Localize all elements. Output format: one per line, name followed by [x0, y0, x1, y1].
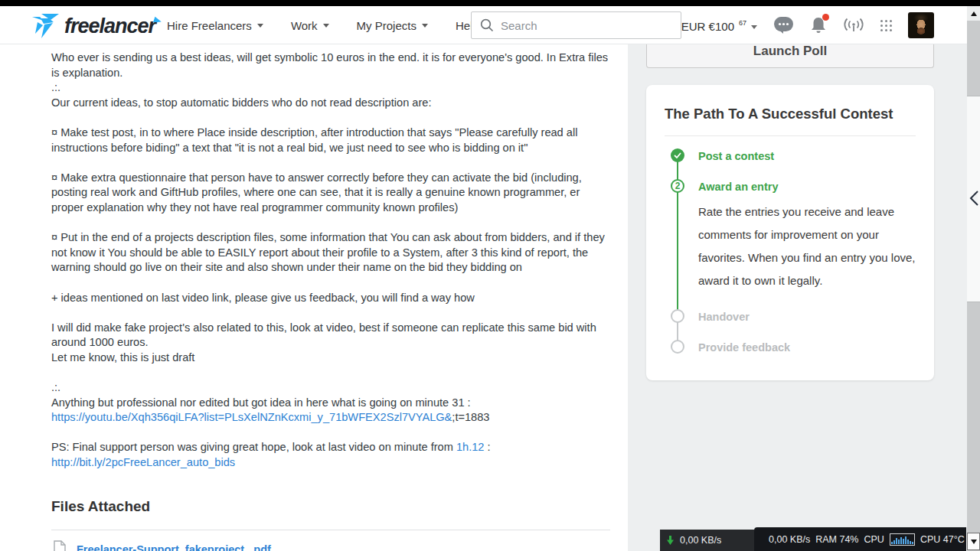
user-avatar[interactable] [908, 12, 934, 38]
network-monitor-widget: 0,00 KB/s [660, 530, 754, 551]
inline-link[interactable]: http://bit.ly/2pcFreeLancer_auto_bids [51, 456, 235, 468]
description-paragraph: ¤ Make test post, in to where Place insi… [51, 126, 610, 155]
text-segment: .:. Anything but professional nor edited… [51, 381, 471, 409]
currency-superscript: 67 [739, 19, 746, 27]
menu-work[interactable]: Work [291, 19, 329, 32]
notification-badge [822, 14, 829, 21]
step-description: Rate the entries you receive and leave c… [698, 201, 923, 292]
freelancer-bird-icon [31, 13, 60, 39]
step-label-provide-feedback: Provide feedback [698, 341, 790, 354]
contest-description-panel: Who ever is sending us a best ideas, wil… [0, 44, 628, 551]
inline-link[interactable]: https://youtu.be/Xqh356qiLFA?list=PLsXel… [51, 411, 452, 423]
text-segment: + ideas mentioned on last video link, pl… [51, 292, 475, 304]
scroll-down-button[interactable] [967, 533, 980, 550]
menu-label: Work [291, 19, 318, 32]
text-segment: : [484, 441, 490, 453]
broadcast-icon [843, 18, 864, 34]
section-divider [51, 530, 610, 530]
triangle-down-icon [971, 540, 977, 544]
description-paragraph: ¤ Make extra questionnaire that person h… [51, 171, 610, 216]
cpu-label: CPU [864, 534, 884, 545]
menu-my-projects[interactable]: My Projects [357, 19, 428, 32]
main-menu: Hire Freelancers Work My Projects Help [167, 6, 491, 44]
text-segment: PS: Final support person was giving grea… [51, 441, 456, 453]
card-divider [665, 135, 916, 136]
chat-icon [773, 16, 794, 34]
system-monitor-widget: 0,00 KB/s RAM 74% CPU CPU 47°C [754, 527, 966, 551]
cpu-usage-graph [890, 533, 915, 546]
navbar-right-cluster: EUR €100 67 [681, 6, 934, 44]
step-number: 2 [675, 181, 681, 191]
check-icon [674, 152, 681, 158]
currency-selector[interactable]: EUR €100 67 [681, 18, 757, 33]
file-icon [54, 540, 66, 551]
step-label-handover: Handover [698, 311, 750, 323]
step-pending-icon [671, 309, 684, 323]
description-paragraph: ¤ Put in the end of a projects descripti… [51, 230, 610, 276]
page-scrollbar[interactable] [967, 6, 980, 551]
description-paragraph: PS: Final support person was giving grea… [51, 440, 610, 470]
text-segment: ¤ Make extra questionnaire that person h… [51, 171, 585, 214]
freelancer-logo[interactable]: freelancer [31, 13, 162, 39]
search-icon [480, 18, 494, 32]
text-segment: ;t=1883 [452, 411, 489, 423]
step-done-icon [671, 148, 684, 162]
step-number-icon: 2 [671, 179, 684, 193]
download-speed: 0,00 KB/s [680, 535, 721, 546]
menu-label: Hire Freelancers [167, 19, 252, 32]
description-paragraph: .:. Anything but professional nor edited… [51, 380, 610, 425]
inline-link[interactable]: 1h.12 [456, 441, 485, 453]
apps-grid-icon [880, 20, 892, 31]
upload-speed: 0,00 KB/s [769, 534, 810, 545]
files-attached-title: Files Attached [51, 498, 610, 515]
logo-wordmark: freelancer [64, 15, 155, 38]
launch-poll-button[interactable]: Launch Poll [646, 44, 934, 68]
scroll-up-button[interactable] [967, 6, 980, 21]
top-navbar: freelancer Hire Freelancers Work My Proj… [0, 6, 980, 44]
card-title: The Path To A Successful Contest [665, 106, 893, 122]
description-paragraph: I will did make fake project's also rela… [51, 321, 610, 366]
step-pending-icon [671, 340, 684, 354]
currency-label: EUR €100 [681, 20, 734, 33]
triangle-up-icon [971, 11, 977, 16]
launch-poll-label: Launch Poll [753, 44, 827, 59]
text-segment: I will did make fake project's also rela… [51, 321, 599, 364]
step-label-post-contest: Post a contest [698, 150, 774, 162]
text-segment: Who ever is sending us a best ideas, wil… [51, 51, 611, 109]
search-box[interactable] [471, 11, 681, 39]
menu-label: My Projects [357, 19, 416, 32]
description-paragraph: + ideas mentioned on last video link, pl… [51, 291, 610, 306]
chat-button[interactable] [773, 16, 794, 34]
chevron-down-icon [257, 24, 263, 28]
search-input[interactable] [501, 19, 665, 32]
broadcast-button[interactable] [843, 18, 864, 34]
notifications-button[interactable] [810, 16, 827, 34]
files-attached-section: Files Attached Freelancer-Support_fakepr… [51, 498, 610, 551]
chevron-down-icon [751, 25, 757, 29]
menu-hire-freelancers[interactable]: Hire Freelancers [167, 19, 263, 32]
download-arrow-icon [667, 536, 674, 545]
chevron-down-icon [323, 24, 329, 28]
contest-path-card: The Path To A Successful Contest Post a … [646, 85, 934, 380]
text-segment: ¤ Put in the end of a projects descripti… [51, 231, 608, 273]
description-paragraph: Who ever is sending us a best ideas, wil… [51, 51, 610, 110]
step-label-award-entry: Award an entry [698, 181, 779, 193]
attached-file-link[interactable]: Freelancer-Support_fakeproject_.pdf [77, 543, 271, 551]
cpu-temperature: CPU 47°C [920, 534, 965, 545]
chevron-down-icon [422, 24, 428, 28]
top-black-strip [0, 0, 980, 6]
attached-file-row: Freelancer-Support_fakeproject_.pdf [51, 540, 610, 551]
scrollbar-thumb[interactable] [967, 96, 980, 302]
ram-usage: RAM 74% [815, 534, 858, 545]
contest-description: Who ever is sending us a best ideas, wil… [51, 51, 610, 471]
apps-grid-button[interactable] [880, 20, 892, 31]
text-segment: ¤ Make test post, in to where Place insi… [51, 126, 580, 154]
